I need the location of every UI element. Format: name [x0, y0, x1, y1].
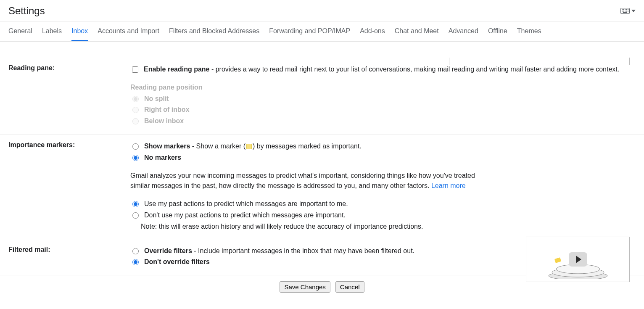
- svg-rect-2: [623, 9, 624, 10]
- override-filters-title: Override filters: [144, 247, 192, 254]
- importance-video-thumb-wrap: [526, 237, 630, 282]
- importance-label: Importance markers:: [8, 141, 130, 232]
- enable-reading-pane-desc: - provides a way to read mail right next…: [209, 66, 619, 73]
- tab-inbox[interactable]: Inbox: [71, 27, 88, 41]
- predict-dont-radio[interactable]: [132, 212, 139, 219]
- importance-explain: Gmail analyzes your new incoming message…: [130, 171, 496, 192]
- section-importance-markers: Importance markers: Show markers - Show …: [0, 135, 644, 239]
- tab-filters-and-blocked-addresses[interactable]: Filters and Blocked Addresses: [169, 27, 259, 41]
- save-changes-button[interactable]: Save Changes: [280, 281, 330, 293]
- show-markers-title: Show markers: [144, 143, 190, 150]
- reading-pane-position-radio: [132, 107, 139, 113]
- predict-dont-text: Don't use my past actions to predict whi…: [144, 210, 346, 221]
- override-filters-text: Override filters - Include important mes…: [144, 246, 414, 256]
- tab-themes[interactable]: Themes: [517, 27, 541, 41]
- svg-rect-10: [628, 11, 628, 12]
- filtered-label: Filtered mail:: [8, 246, 130, 269]
- dont-override-title: Don't override filters: [144, 257, 210, 267]
- show-markers-radio[interactable]: [132, 143, 139, 150]
- enable-reading-pane-checkbox[interactable]: [132, 66, 138, 73]
- play-icon: [569, 252, 587, 267]
- caret-down-icon: [631, 10, 636, 12]
- learn-more-link[interactable]: Learn more: [431, 182, 466, 189]
- tab-offline[interactable]: Offline: [488, 27, 507, 41]
- show-markers-desc-pre: - Show a marker (: [190, 143, 245, 150]
- reading-pane-position-radio: [132, 96, 139, 102]
- tab-labels[interactable]: Labels: [42, 27, 62, 41]
- tab-general[interactable]: General: [8, 27, 32, 41]
- svg-rect-6: [622, 11, 623, 12]
- settings-tabs: GeneralLabelsInboxAccounts and ImportFil…: [0, 21, 644, 42]
- svg-rect-15: [554, 257, 561, 263]
- tab-forwarding-and-pop-imap[interactable]: Forwarding and POP/IMAP: [269, 27, 350, 41]
- svg-rect-11: [623, 12, 627, 13]
- reading-pane-position-label: Below inbox: [144, 116, 184, 127]
- reading-pane-body: Enable reading pane - provides a way to …: [130, 64, 636, 127]
- show-markers-desc-post: ) by messages marked as important.: [253, 143, 362, 150]
- section-reading-pane: Reading pane: Enable reading pane - prov…: [0, 58, 644, 135]
- show-markers-row: Show markers - Show a marker () by messa…: [130, 141, 636, 152]
- override-filters-desc: - Include important messages in the inbo…: [192, 247, 414, 254]
- override-filters-radio[interactable]: [132, 248, 139, 254]
- cancel-button[interactable]: Cancel: [335, 281, 364, 293]
- svg-rect-3: [625, 9, 626, 10]
- reading-pane-position-group: Reading pane position No splitRight of i…: [130, 82, 636, 127]
- tab-advanced[interactable]: Advanced: [449, 27, 478, 41]
- enable-reading-pane-text: Enable reading pane - provides a way to …: [144, 64, 619, 75]
- reading-pane-position-radio: [132, 118, 139, 124]
- settings-page: Settings GeneralLabelsInboxAccounts and …: [0, 0, 644, 309]
- tab-accounts-and-import[interactable]: Accounts and Import: [98, 27, 159, 41]
- no-markers-radio[interactable]: [132, 155, 139, 161]
- content: Reading pane: Enable reading pane - prov…: [0, 58, 644, 298]
- reading-pane-position-heading: Reading pane position: [130, 82, 636, 93]
- page-title: Settings: [8, 5, 45, 17]
- svg-rect-5: [628, 9, 628, 10]
- input-tools-menu[interactable]: [620, 8, 636, 14]
- importance-body: Show markers - Show a marker () by messa…: [130, 141, 636, 232]
- dont-override-radio[interactable]: [132, 259, 139, 265]
- tab-chat-and-meet[interactable]: Chat and Meet: [395, 27, 439, 41]
- no-markers-row: No markers: [130, 153, 636, 163]
- svg-rect-1: [622, 9, 623, 10]
- svg-rect-7: [623, 11, 624, 12]
- svg-rect-4: [626, 9, 627, 10]
- predict-dont-row: Don't use my past actions to predict whi…: [130, 210, 636, 221]
- reading-pane-position-option: Right of inbox: [130, 105, 636, 115]
- svg-rect-9: [626, 11, 627, 12]
- enable-reading-pane-row: Enable reading pane - provides a way to …: [130, 64, 636, 75]
- tab-add-ons[interactable]: Add-ons: [360, 27, 385, 41]
- partial-box-above: [449, 58, 630, 65]
- keyboard-icon: [620, 8, 630, 14]
- reading-pane-position-label: No split: [144, 94, 169, 104]
- show-markers-text: Show markers - Show a marker () by messa…: [144, 141, 362, 152]
- predict-use-row: Use my past actions to predict which mes…: [130, 199, 636, 209]
- svg-rect-8: [625, 11, 626, 12]
- topbar: Settings: [0, 0, 644, 21]
- predict-use-text: Use my past actions to predict which mes…: [144, 199, 348, 209]
- reading-pane-position-option: Below inbox: [130, 116, 636, 127]
- reading-pane-position-label: Right of inbox: [144, 105, 190, 115]
- importance-video-thumb[interactable]: [526, 237, 630, 282]
- enable-reading-pane-title: Enable reading pane: [144, 66, 209, 73]
- predict-use-radio[interactable]: [132, 201, 139, 207]
- predict-note: Note: this will erase action history and…: [141, 222, 636, 232]
- importance-marker-icon: [246, 144, 252, 149]
- reading-pane-position-option: No split: [130, 94, 636, 104]
- importance-explain-text: Gmail analyzes your new incoming message…: [130, 172, 475, 190]
- no-markers-title: No markers: [144, 153, 181, 163]
- reading-pane-label: Reading pane:: [8, 64, 130, 127]
